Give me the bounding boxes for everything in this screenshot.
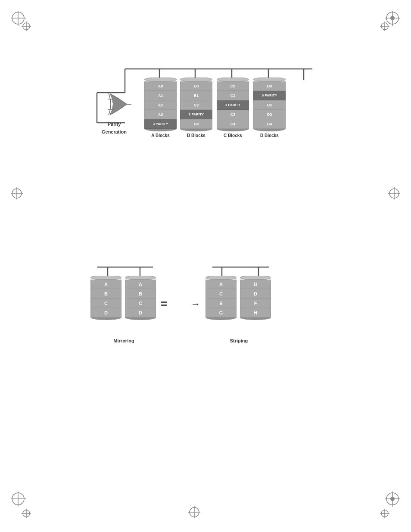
mirror-col-2: A B C D bbox=[125, 276, 156, 320]
stripe-col-2: B D F H bbox=[240, 276, 271, 320]
parity-generation-label: Parity Generation bbox=[95, 120, 134, 135]
stripe-col-1: A C E G bbox=[206, 276, 237, 320]
xor-gate bbox=[108, 91, 131, 119]
column-d: D0 0 PARITY D2 D3 D4 D Blocks bbox=[253, 78, 286, 138]
arrow-right: → bbox=[191, 299, 200, 310]
top-diagram: Parity Generation A0 A1 A2 A3 3 PARITY A… bbox=[84, 60, 330, 159]
mirror-col-1: A B C D bbox=[90, 276, 121, 320]
reg-mark-bot-right-1 bbox=[385, 492, 400, 508]
reg-mark-mid-right bbox=[388, 187, 400, 201]
reg-mark-top-left-2 bbox=[22, 22, 31, 33]
reg-mark-top-right-2 bbox=[380, 22, 389, 33]
reg-mark-mid-left bbox=[11, 187, 23, 201]
mirroring-label: Mirroring bbox=[88, 338, 159, 343]
reg-mark-bot-center bbox=[188, 506, 200, 520]
column-c: C0 C1 1 PARITY C3 C4 C Blocks bbox=[217, 78, 249, 138]
bottom-diagram: A B C D A B C D Mirroring = → A C E G bbox=[84, 258, 312, 358]
svg-point-9 bbox=[390, 16, 395, 20]
striping-label: Striping bbox=[203, 338, 274, 343]
reg-mark-bot-left-1 bbox=[11, 492, 26, 508]
column-b: B0 B1 B2 2 PARITY B4 B Blocks bbox=[180, 78, 212, 138]
equals-sign: = bbox=[161, 297, 167, 311]
svg-point-31 bbox=[390, 497, 395, 501]
reg-mark-bot-left-2 bbox=[22, 509, 31, 520]
column-a: A0 A1 A2 A3 3 PARITY A Blocks bbox=[144, 78, 177, 138]
reg-mark-bot-right-2 bbox=[380, 509, 389, 520]
